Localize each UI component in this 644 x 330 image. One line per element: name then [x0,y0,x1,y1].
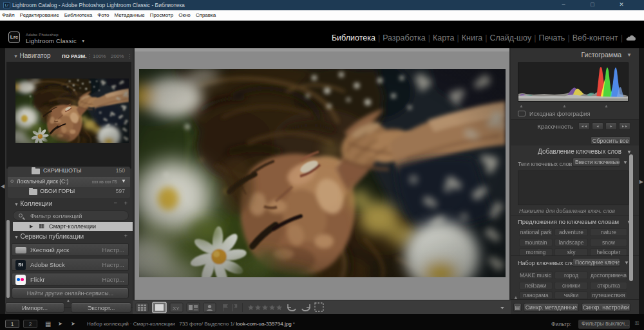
svg-text:XY: XY [173,306,180,311]
